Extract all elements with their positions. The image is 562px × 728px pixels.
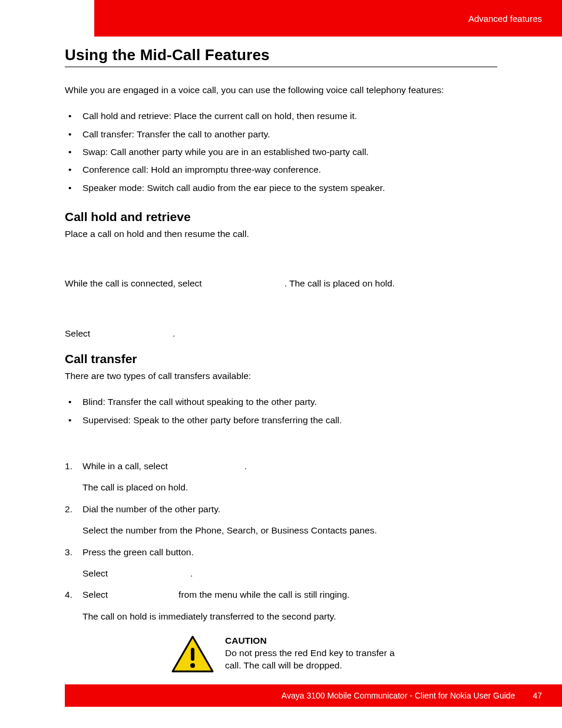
list-item: Blind: Transfer the call without speakin… [65,394,497,410]
header-bar: Advanced features [94,0,562,37]
header-section-label: Advanced features [468,14,542,24]
svg-rect-1 [191,648,194,661]
transfer-heading: Call transfer [65,352,497,366]
hold-heading: Call hold and retrieve [65,210,497,224]
step-item: Press the green call button. Select. [65,545,497,582]
svg-point-2 [190,663,195,668]
footer-page-number: 47 [533,691,542,700]
caution-label: CAUTION [225,635,402,647]
list-item: Swap: Call another party while you are i… [65,144,497,160]
list-item: Supervised: Speak to the other party bef… [65,413,497,428]
hold-step-1: While the call is connected, select. The… [65,276,497,291]
list-item: Call transfer: Transfer the call to anot… [65,127,497,142]
transfer-steps: While in a call, select. The call is pla… [65,459,497,624]
step-item: Selectfrom the menu while the call is st… [65,587,497,624]
warning-icon [171,635,214,676]
page-title: Using the Mid-Call Features [65,46,497,67]
step-item: While in a call, select. The call is pla… [65,459,497,496]
footer-bar: Avaya 3100 Mobile Communicator - Client … [65,684,562,707]
caution-text: CAUTION Do not press the red End key to … [225,635,402,672]
caution-block: CAUTION Do not press the red End key to … [171,635,497,676]
page-content: Using the Mid-Call Features While you ar… [65,46,497,676]
list-item: Conference call: Hold an impromptu three… [65,162,497,177]
transfer-desc: There are two types of call transfers av… [65,368,497,384]
intro-paragraph: While you are engaged in a voice call, y… [65,83,497,98]
step-item: Dial the number of the other party. Sele… [65,502,497,539]
list-item: Speaker mode: Switch call audio from the… [65,180,497,196]
hold-step-2: Select. [65,326,497,341]
features-list: Call hold and retrieve: Place the curren… [65,108,497,196]
footer-doc-title: Avaya 3100 Mobile Communicator - Client … [282,691,515,700]
transfer-types-list: Blind: Transfer the call without speakin… [65,394,497,428]
hold-desc: Place a call on hold and then resume the… [65,226,497,242]
list-item: Call hold and retrieve: Place the curren… [65,108,497,124]
